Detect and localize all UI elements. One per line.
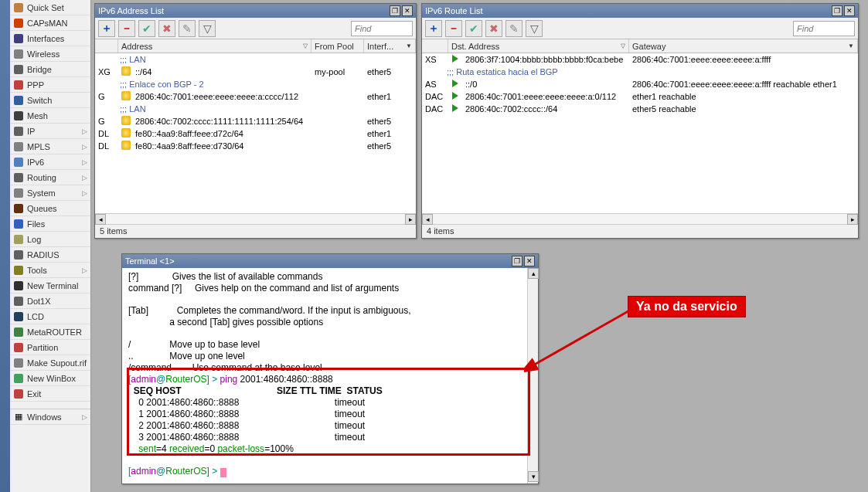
table-row[interactable]: ;;; Enlace con BGP - 2: [95, 78, 416, 90]
sidebar-item-ipv6[interactable]: IPv6▷: [10, 154, 90, 170]
sidebar-item-dot1x[interactable]: Dot1X: [10, 294, 90, 309]
table-row[interactable]: ;;; Ruta estatica hacia el BGP: [422, 66, 858, 78]
address-icon: [121, 66, 131, 76]
sidebar-item-capsman[interactable]: CAPsMAN: [10, 15, 90, 31]
close-icon[interactable]: ✕: [844, 5, 855, 16]
addr-titlebar[interactable]: IPv6 Address List ❐ ✕: [95, 4, 416, 18]
table-row[interactable]: DAC2806:40c:7001:eeee:eeee:eeee:a:0/112e…: [422, 90, 858, 103]
restore-icon[interactable]: ❐: [512, 256, 523, 266]
sidebar-item-tools[interactable]: Tools▷: [10, 263, 90, 278]
scroll-left-icon[interactable]: ◂: [95, 214, 106, 225]
address-icon: [121, 128, 131, 137]
sidebar-item-files[interactable]: Files: [10, 216, 90, 232]
table-row[interactable]: DAC2806:40c:7002:cccc::/64ether5 reachab…: [422, 103, 858, 115]
flag-col[interactable]: [422, 39, 448, 53]
table-row[interactable]: ;;; LAN: [95, 53, 416, 66]
enable-button[interactable]: ✔: [465, 20, 482, 37]
restore-icon[interactable]: ❐: [832, 5, 842, 16]
sidebar-item-partition[interactable]: Partition: [10, 340, 90, 355]
restore-icon[interactable]: ❐: [390, 5, 400, 16]
sidebar-item-ip[interactable]: IP▷: [10, 124, 90, 139]
menu-icon: [13, 280, 24, 291]
scroll-right-icon[interactable]: ▸: [847, 214, 858, 225]
table-row[interactable]: DLfe80::4aa9:8aff:feee:d730/64ether5: [95, 140, 416, 152]
sidebar-item-system[interactable]: System▷: [10, 185, 90, 201]
sidebar-item-make-supout.rif[interactable]: Make Supout.rif: [10, 355, 90, 371]
chevron-right-icon: ▷: [82, 158, 87, 166]
sidebar-item-bridge[interactable]: Bridge: [10, 62, 90, 77]
menu-icon: [13, 389, 24, 399]
sidebar-item-routing[interactable]: Routing▷: [10, 170, 90, 185]
pool-col[interactable]: From Pool: [311, 39, 364, 53]
sidebar-item-interfaces[interactable]: Interfaces: [10, 31, 90, 46]
scroll-right-icon[interactable]: ▸: [405, 214, 416, 225]
add-button[interactable]: ＋: [98, 20, 115, 37]
sidebar-item-radius[interactable]: RADIUS: [10, 247, 90, 263]
sidebar-item-mesh[interactable]: Mesh: [10, 108, 90, 124]
table-row[interactable]: XG::/64my-poolether5: [95, 66, 416, 78]
flag-col[interactable]: [95, 39, 118, 53]
sidebar-item-lcd[interactable]: LCD: [10, 309, 90, 324]
filter-button[interactable]: ▽: [199, 20, 216, 37]
close-icon[interactable]: ✕: [524, 256, 535, 266]
terminal-window: Terminal <1> ❐ ✕ [?] Gives the list of a…: [121, 253, 539, 484]
interface-col[interactable]: Interf...▼: [364, 39, 416, 53]
menu-label: Bridge: [27, 65, 52, 74]
menu-icon: [13, 33, 24, 44]
disable-button[interactable]: ✖: [158, 20, 175, 37]
enable-button[interactable]: ✔: [138, 20, 155, 37]
sidebar-item-metarouter[interactable]: MetaROUTER: [10, 324, 90, 340]
sidebar-item-windows[interactable]: ▦Windows▷: [10, 409, 90, 425]
sidebar-item-log[interactable]: Log: [10, 232, 90, 247]
addr-toolbar: ＋ － ✔ ✖ ✎ ▽: [95, 18, 416, 39]
menu-icon: [13, 265, 24, 276]
route-titlebar[interactable]: IPv6 Route List ❐ ✕: [422, 4, 858, 18]
disable-button[interactable]: ✖: [485, 20, 502, 37]
sidebar-item-exit[interactable]: Exit: [10, 386, 90, 402]
table-row[interactable]: ;;; LAN: [95, 103, 416, 115]
remove-button[interactable]: －: [118, 20, 135, 37]
sidebar-item-mpls[interactable]: MPLS▷: [10, 139, 90, 154]
scroll-track[interactable]: [106, 214, 405, 224]
addr-find-input[interactable]: [351, 21, 413, 36]
sidebar-item-new-terminal[interactable]: New Terminal: [10, 278, 90, 294]
dst-col[interactable]: Dst. Address▽: [448, 39, 629, 53]
close-icon[interactable]: ✕: [402, 5, 413, 16]
table-row[interactable]: G2806:40c:7002:cccc:1111:1111:1111:254/6…: [95, 115, 416, 127]
sidebar-item-switch[interactable]: Switch: [10, 93, 90, 108]
sidebar-item-new-winbox[interactable]: New WinBox: [10, 371, 90, 386]
remove-button[interactable]: －: [445, 20, 462, 37]
addr-hscroll[interactable]: ◂ ▸: [95, 213, 416, 224]
ipv6-address-list-window: IPv6 Address List ❐ ✕ ＋ － ✔ ✖ ✎ ▽ Addres…: [94, 3, 417, 239]
sidebar-item-ppp[interactable]: PPP: [10, 77, 90, 93]
route-grid[interactable]: XS2806:3f7:1004:bbbb:bbbb:bbbb:f0ca:bebe…: [422, 53, 858, 213]
scroll-track[interactable]: [433, 214, 847, 224]
route-icon: [452, 104, 458, 112]
term-titlebar[interactable]: Terminal <1> ❐ ✕: [122, 254, 538, 268]
sidebar-item-queues[interactable]: Queues: [10, 201, 90, 216]
table-row[interactable]: G2806:40c:7001:eeee:eeee:eeee:a:cccc/112…: [95, 90, 416, 103]
comment-button[interactable]: ✎: [505, 20, 523, 37]
route-find-input[interactable]: [793, 21, 855, 36]
sidebar-item-quick-set[interactable]: Quick Set: [10, 0, 90, 15]
scroll-left-icon[interactable]: ◂: [422, 214, 433, 225]
scroll-up-icon[interactable]: ▴: [528, 268, 539, 279]
menu-label: Exit: [27, 389, 41, 399]
address-col[interactable]: Address▽: [118, 39, 311, 53]
menu-label: Make Supout.rif: [27, 358, 87, 368]
route-hscroll[interactable]: ◂ ▸: [422, 213, 858, 224]
filter-button[interactable]: ▽: [526, 20, 543, 37]
sidebar-item-wireless[interactable]: Wireless: [10, 46, 90, 62]
add-button[interactable]: ＋: [425, 20, 442, 37]
table-row[interactable]: DLfe80::4aa9:8aff:feee:d72c/64ether1: [95, 127, 416, 140]
table-row[interactable]: AS::/02806:40c:7001:eeee:eeee:eeee:a:fff…: [422, 78, 858, 90]
scroll-down-icon[interactable]: ▾: [528, 471, 539, 482]
route-icon: [452, 92, 458, 100]
addr-grid[interactable]: ;;; LANXG::/64my-poolether5;;; Enlace co…: [95, 53, 416, 213]
comment-button[interactable]: ✎: [179, 20, 196, 37]
table-row[interactable]: XS2806:3f7:1004:bbbb:bbbb:bbbb:f0ca:bebe…: [422, 53, 858, 66]
gateway-col[interactable]: Gateway▼: [629, 39, 858, 53]
menu-label: Interfaces: [27, 34, 64, 43]
menu-label: IPv6: [27, 158, 44, 167]
menu-label: MetaROUTER: [27, 327, 82, 337]
